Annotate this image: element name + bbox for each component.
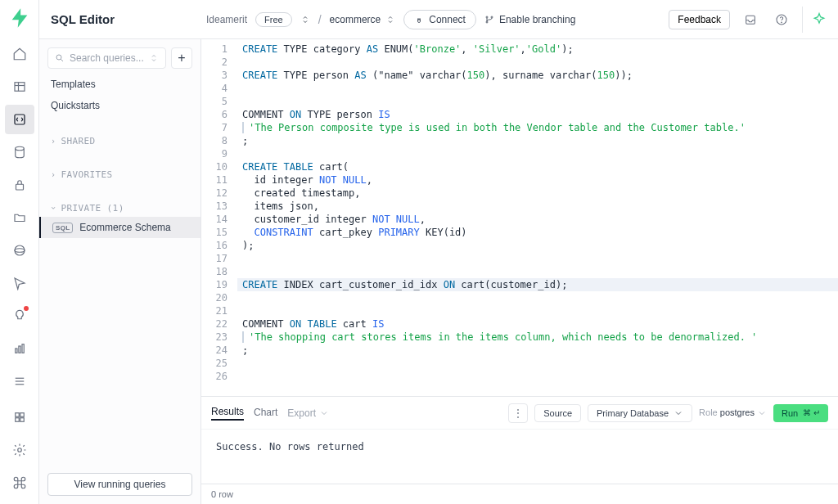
chevron-updown-icon[interactable] bbox=[300, 15, 310, 25]
svg-point-20 bbox=[491, 16, 493, 18]
search-icon bbox=[55, 53, 65, 63]
tab-chart[interactable]: Chart bbox=[254, 407, 277, 420]
chevron-down-icon bbox=[674, 408, 683, 418]
file-item-label: Ecommerce Schema bbox=[79, 222, 170, 233]
svg-point-21 bbox=[486, 21, 488, 23]
svg-line-25 bbox=[61, 59, 63, 61]
feedback-button[interactable]: Feedback bbox=[669, 10, 730, 29]
rail-auth[interactable] bbox=[5, 170, 34, 200]
header: SQL Editor Ideamerit Free / ecommerce Co… bbox=[39, 0, 838, 39]
result-message: Success. No rows returned bbox=[201, 430, 838, 484]
rail-logs[interactable] bbox=[5, 367, 34, 396]
svg-rect-15 bbox=[20, 413, 24, 417]
svg-point-24 bbox=[56, 55, 61, 60]
section-shared[interactable]: ›SHARED bbox=[39, 128, 200, 150]
help-icon[interactable] bbox=[771, 9, 792, 30]
rail-home[interactable] bbox=[5, 39, 34, 69]
app-logo[interactable] bbox=[8, 7, 31, 29]
rail-reports[interactable] bbox=[5, 334, 34, 363]
view-running-queries-button[interactable]: View running queries bbox=[47, 473, 192, 496]
svg-point-19 bbox=[486, 16, 488, 18]
svg-point-6 bbox=[15, 245, 25, 255]
svg-point-7 bbox=[15, 249, 25, 253]
svg-point-18 bbox=[17, 448, 21, 452]
file-item[interactable]: SQL Ecommerce Schema bbox=[39, 217, 200, 238]
svg-rect-17 bbox=[20, 418, 24, 422]
editor-pane: 1234567891011121314151617181920212223242… bbox=[201, 39, 838, 504]
rail-table-editor[interactable] bbox=[5, 72, 34, 101]
plug-icon bbox=[414, 15, 424, 25]
rail-api[interactable] bbox=[5, 403, 34, 432]
section-private[interactable]: ›PRIVATE (1) bbox=[39, 195, 200, 217]
templates-link[interactable]: Templates bbox=[39, 74, 200, 95]
results-toolbar: Results Chart Export ⋮ Source Primary Da… bbox=[201, 396, 838, 429]
rail-advisor[interactable] bbox=[5, 301, 34, 331]
new-query-button[interactable]: + bbox=[171, 47, 192, 69]
chevron-updown-icon bbox=[149, 53, 159, 63]
svg-point-23 bbox=[782, 22, 782, 23]
search-input[interactable]: Search queries... bbox=[47, 47, 166, 69]
svg-point-4 bbox=[15, 146, 24, 151]
chevron-updown-icon bbox=[385, 15, 395, 25]
icon-rail bbox=[0, 0, 39, 504]
section-favorites[interactable]: ›FAVORITES bbox=[39, 161, 200, 183]
results-panel: Success. No rows returned 0 row bbox=[201, 429, 838, 504]
inbox-icon[interactable] bbox=[740, 9, 761, 30]
org-name[interactable]: Ideamerit bbox=[206, 14, 247, 25]
more-options-button[interactable]: ⋮ bbox=[508, 403, 528, 423]
database-selector[interactable]: Primary Database bbox=[588, 404, 692, 422]
svg-rect-5 bbox=[16, 184, 23, 190]
svg-rect-16 bbox=[15, 418, 19, 422]
page-title: SQL Editor bbox=[49, 12, 198, 26]
rail-settings[interactable] bbox=[5, 435, 34, 465]
rail-storage[interactable] bbox=[5, 203, 34, 232]
svg-rect-14 bbox=[15, 413, 19, 417]
rail-database[interactable] bbox=[5, 137, 34, 167]
connect-button[interactable]: Connect bbox=[403, 10, 476, 29]
enable-branching-button[interactable]: Enable branching bbox=[484, 14, 575, 25]
rail-command[interactable] bbox=[5, 468, 34, 497]
sidebar: Search queries... + Templates Quickstart… bbox=[39, 39, 201, 504]
plan-pill[interactable]: Free bbox=[255, 12, 292, 27]
svg-rect-9 bbox=[18, 346, 20, 353]
breadcrumb-slash: / bbox=[318, 13, 322, 26]
result-footer: 0 row bbox=[201, 484, 838, 504]
source-button[interactable]: Source bbox=[534, 404, 581, 422]
rail-edge-functions[interactable] bbox=[5, 236, 34, 265]
chevron-down-icon bbox=[757, 408, 767, 418]
sql-badge: SQL bbox=[52, 223, 73, 233]
svg-rect-10 bbox=[22, 344, 24, 353]
code-editor[interactable]: 1234567891011121314151617181920212223242… bbox=[201, 39, 838, 396]
run-button[interactable]: Run⌘ ↵ bbox=[773, 404, 828, 422]
export-button[interactable]: Export bbox=[287, 407, 329, 419]
rail-realtime[interactable] bbox=[5, 268, 34, 298]
svg-rect-0 bbox=[15, 83, 25, 92]
branch-icon bbox=[484, 15, 494, 25]
chevron-down-icon bbox=[319, 408, 329, 418]
svg-rect-8 bbox=[15, 349, 16, 353]
tab-results[interactable]: Results bbox=[211, 406, 244, 421]
role-selector[interactable]: Role postgres bbox=[699, 407, 767, 418]
ai-assistant-button[interactable] bbox=[802, 7, 828, 33]
quickstarts-link[interactable]: Quickstarts bbox=[39, 95, 200, 116]
project-selector[interactable]: ecommerce bbox=[330, 14, 396, 25]
rail-sql-editor[interactable] bbox=[5, 105, 34, 134]
